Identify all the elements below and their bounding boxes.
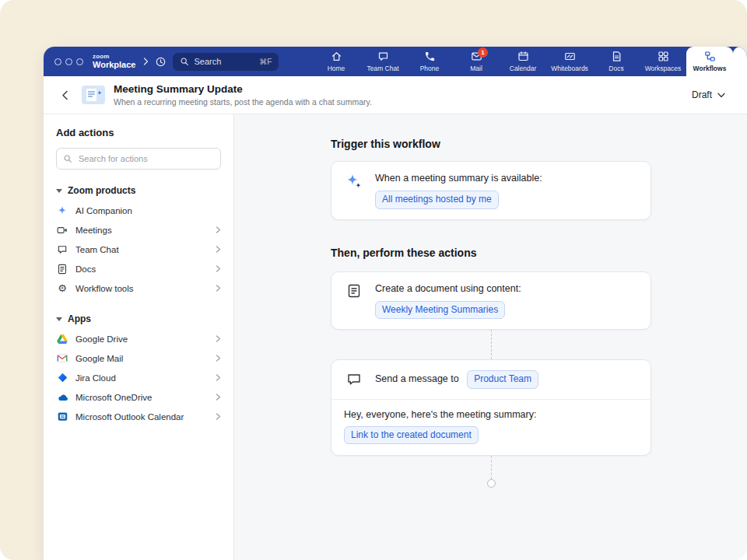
outlook-calendar-icon bbox=[56, 411, 68, 422]
history-icon[interactable] bbox=[155, 56, 167, 68]
ai-sparkle-icon bbox=[344, 172, 364, 209]
nav-item-label: Whiteboards bbox=[551, 65, 588, 72]
add-step-node[interactable] bbox=[487, 479, 496, 488]
nav-item-whiteboards[interactable]: Whiteboards bbox=[546, 47, 593, 76]
global-search-button[interactable]: Search ⌘F bbox=[173, 53, 279, 71]
draft-status-dropdown[interactable]: Draft bbox=[684, 86, 733, 104]
sidebar-item-label: Google Mail bbox=[75, 354, 123, 363]
action-text: Send a message to bbox=[375, 373, 459, 384]
google-drive-icon bbox=[56, 334, 68, 344]
home-icon bbox=[331, 51, 342, 62]
section-label: Apps bbox=[68, 313, 91, 324]
message-body-text: Hey, everyone, here's the meeting summar… bbox=[344, 409, 638, 420]
action-card-send-message[interactable]: Send a message to Product Team Hey, ever… bbox=[331, 359, 651, 456]
search-icon bbox=[180, 57, 189, 66]
message-icon bbox=[344, 371, 364, 387]
nav-item-more[interactable]: More bbox=[733, 47, 747, 76]
nav-item-label: Workspaces bbox=[645, 65, 682, 72]
nav-item-calendar[interactable]: Calendar bbox=[500, 47, 546, 76]
workflow-template-icon bbox=[82, 86, 105, 104]
google-mail-icon bbox=[56, 354, 68, 362]
nav-item-workflows[interactable]: Workflows bbox=[686, 47, 733, 76]
chevron-right-icon bbox=[216, 374, 221, 381]
trigger-heading: Trigger this workflow bbox=[331, 138, 651, 150]
sidebar-item-docs[interactable]: Docs bbox=[56, 259, 221, 278]
chevron-right-icon bbox=[216, 355, 221, 362]
document-content-tag[interactable]: Weekly Meeting Summaries bbox=[375, 301, 505, 319]
sidebar-item-label: Meetings bbox=[75, 226, 112, 235]
nav-item-team-chat[interactable]: Team Chat bbox=[359, 47, 406, 76]
docs-icon bbox=[56, 264, 68, 275]
chevron-right-icon bbox=[216, 413, 221, 420]
sidebar-item-label: Team Chat bbox=[75, 245, 119, 254]
nav-item-label: Mail bbox=[470, 65, 482, 72]
desktop-background: zoom Workplace Search ⌘F Hom bbox=[0, 0, 747, 560]
navbar-items: Home Team Chat Phone 1 Mail Ca bbox=[313, 47, 747, 76]
sidebar-item-label: Docs bbox=[75, 264, 96, 274]
message-recipient-tag[interactable]: Product Team bbox=[467, 370, 538, 388]
sidebar-item-google-mail[interactable]: Google Mail bbox=[56, 348, 221, 368]
workflow-title: Meeting Summary Update bbox=[114, 83, 372, 95]
nav-item-home[interactable]: Home bbox=[313, 47, 359, 76]
sidebar-item-ai-companion[interactable]: AI Companion bbox=[56, 201, 221, 220]
sidebar-item-label: Microsoft Outlook Calendar bbox=[75, 412, 184, 422]
docs-icon bbox=[611, 51, 622, 62]
sidebar-item-google-drive[interactable]: Google Drive bbox=[56, 329, 221, 348]
sidebar-item-team-chat[interactable]: Team Chat bbox=[56, 240, 221, 259]
actions-search-input[interactable] bbox=[77, 153, 214, 164]
nav-item-label: Calendar bbox=[510, 65, 537, 72]
sidebar-item-microsoft-outlook-calendar[interactable]: Microsoft Outlook Calendar bbox=[56, 407, 221, 426]
section-apps[interactable]: Apps bbox=[56, 313, 221, 324]
section-label: Zoom products bbox=[68, 185, 135, 196]
trigger-card[interactable]: When a meeting summary is available: All… bbox=[331, 161, 651, 220]
trigger-scope-tag[interactable]: All meetings hosted by me bbox=[375, 191, 499, 208]
section-zoom-products[interactable]: Zoom products bbox=[56, 185, 221, 196]
sidebar-item-workflow-tools[interactable]: ⚙ Workflow tools bbox=[56, 278, 221, 298]
nav-item-docs[interactable]: Docs bbox=[593, 47, 640, 76]
sidebar-item-meetings[interactable]: Meetings bbox=[56, 220, 221, 240]
phone-icon bbox=[424, 51, 436, 62]
nav-item-label: Workflows bbox=[693, 65, 727, 72]
chevron-right-icon bbox=[216, 246, 221, 253]
window-control-dot[interactable] bbox=[76, 58, 83, 65]
sidebar-item-label: Google Drive bbox=[75, 334, 128, 344]
window-control-dot[interactable] bbox=[54, 58, 61, 65]
mail-unread-badge: 1 bbox=[478, 47, 488, 58]
navbar-left-cluster: zoom Workplace Search ⌘F bbox=[44, 47, 285, 76]
nav-item-label: Docs bbox=[608, 65, 623, 72]
nav-item-workspaces[interactable]: Workspaces bbox=[640, 47, 686, 76]
top-navbar: zoom Workplace Search ⌘F Hom bbox=[44, 47, 747, 76]
nav-item-label: Phone bbox=[420, 65, 440, 72]
message-link-tag[interactable]: Link to the created document bbox=[344, 426, 479, 444]
workspaces-icon bbox=[658, 51, 669, 62]
chevron-right-icon[interactable] bbox=[143, 58, 149, 65]
meetings-icon bbox=[56, 225, 68, 236]
team-chat-icon bbox=[377, 51, 389, 62]
add-actions-sidebar: Add actions Zoom products AI Companion bbox=[44, 114, 234, 560]
back-button[interactable] bbox=[56, 86, 73, 103]
chevron-down-icon bbox=[717, 93, 725, 98]
sidebar-item-jira-cloud[interactable]: Jira Cloud bbox=[56, 368, 221, 387]
sidebar-item-label: Microsoft OneDrive bbox=[75, 393, 152, 402]
sidebar-title: Add actions bbox=[56, 127, 221, 138]
workflow-tools-icon: ⚙ bbox=[56, 283, 68, 293]
workflow-canvas: Trigger this workflow When a meeting sum… bbox=[234, 114, 747, 560]
action-card-create-document[interactable]: Create a document using content: Weekly … bbox=[331, 271, 651, 331]
logo-zoom-text: zoom bbox=[93, 54, 135, 60]
triangle-down-icon bbox=[56, 189, 62, 193]
sidebar-item-microsoft-onedrive[interactable]: Microsoft OneDrive bbox=[56, 387, 221, 407]
zoom-workplace-logo: zoom Workplace bbox=[93, 54, 135, 69]
dashed-connector bbox=[491, 330, 492, 359]
trigger-text: When a meeting summary is available: bbox=[375, 172, 542, 184]
nav-item-phone[interactable]: Phone bbox=[406, 47, 453, 76]
window-controls[interactable] bbox=[54, 58, 83, 65]
workflows-icon bbox=[704, 51, 716, 62]
draft-status-label: Draft bbox=[692, 89, 712, 100]
actions-search-box[interactable] bbox=[56, 148, 221, 170]
onedrive-icon bbox=[56, 393, 68, 401]
window-control-dot[interactable] bbox=[65, 58, 72, 65]
workflow-subtitle: When a recurring meeting starts, post th… bbox=[114, 97, 372, 107]
nav-item-mail[interactable]: 1 Mail bbox=[453, 47, 500, 76]
body-row: Add actions Zoom products AI Companion bbox=[44, 114, 747, 560]
chevron-left-icon bbox=[61, 90, 68, 100]
